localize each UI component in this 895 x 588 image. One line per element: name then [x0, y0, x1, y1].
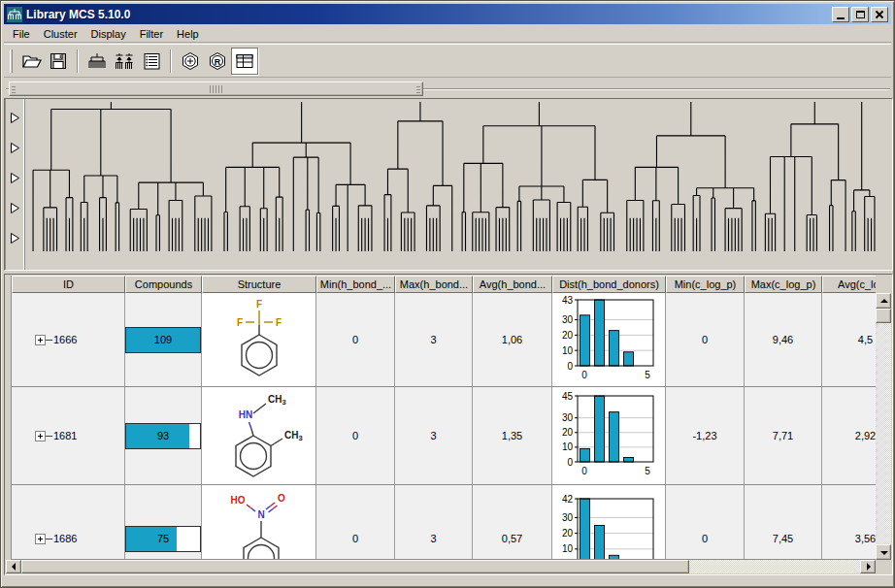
slider-thumb[interactable]: [9, 82, 423, 96]
svg-text:10: 10: [562, 441, 574, 452]
toolbar-separator: [77, 49, 79, 73]
menu-help[interactable]: Help: [171, 26, 207, 42]
cluster-level-marker[interactable]: [9, 172, 21, 184]
max-clogp-cell: 7,71: [745, 387, 822, 484]
expand-button[interactable]: [35, 335, 46, 345]
save-button[interactable]: [45, 48, 72, 75]
cluster-id: 1686: [53, 533, 77, 544]
tree-connector: [46, 340, 52, 341]
column-header[interactable]: Max(c_log_p): [745, 276, 822, 293]
app-icon: [7, 7, 22, 22]
column-header[interactable]: ID: [12, 276, 125, 293]
left-arrow-icon: [12, 563, 16, 571]
table-view-button[interactable]: [231, 48, 258, 75]
column-header[interactable]: Dist(h_bond_donors): [552, 276, 666, 293]
avg-h-bond-cell: 0,57: [473, 485, 552, 560]
svg-text:5: 5: [645, 370, 650, 380]
cluster-level-marker[interactable]: [9, 202, 21, 214]
max-clogp-cell: 7,45: [745, 485, 822, 560]
mcs-view-button[interactable]: R: [204, 48, 231, 75]
structure-view-button[interactable]: [177, 48, 204, 75]
column-header[interactable]: Avg(h_bond...: [473, 276, 552, 293]
scroll-down-button[interactable]: [876, 544, 891, 560]
compounds-bar: 75: [125, 526, 201, 552]
scroll-right-button[interactable]: [860, 560, 876, 573]
menu-filter[interactable]: Filter: [134, 26, 171, 42]
dendrogram-tree: [25, 99, 892, 270]
svg-text:30: 30: [562, 314, 574, 325]
compounds-bar-fill: [126, 527, 177, 551]
structure-cf3-benzene: F F F: [202, 293, 315, 386]
atom-label-hn: HN: [239, 409, 252, 420]
menu-display[interactable]: Display: [85, 26, 134, 42]
cluster-levels-button[interactable]: [111, 48, 138, 75]
column-header[interactable]: Max(h_bond...: [395, 276, 473, 293]
scrollbar-corner: [876, 560, 891, 573]
horizontal-scroll-thumb[interactable]: [21, 560, 689, 573]
atom-label-o: O: [278, 493, 285, 504]
atom-label-ch3: CH3: [284, 430, 303, 442]
min-clogp-cell: 0: [666, 485, 745, 560]
dendrogram-canvas[interactable]: [24, 99, 892, 270]
atom-label-ch3: CH3: [268, 394, 286, 407]
down-arrow-icon: [880, 551, 888, 555]
minimize-button[interactable]: [832, 7, 849, 22]
cluster-button[interactable]: [83, 48, 111, 75]
cluster-level-slider: [4, 81, 893, 98]
maximize-button[interactable]: [851, 7, 869, 22]
scroll-left-button[interactable]: [6, 560, 21, 573]
open-button[interactable]: [17, 48, 45, 75]
slider-left-handle[interactable]: [12, 85, 16, 93]
cluster-level-marker[interactable]: [9, 142, 21, 154]
svg-text:10: 10: [562, 345, 574, 356]
svg-text:20: 20: [562, 427, 574, 438]
expand-button[interactable]: [35, 534, 46, 544]
column-header[interactable]: Structure: [202, 276, 316, 293]
vertical-scroll-thumb[interactable]: [876, 309, 891, 323]
dendrogram-up-arrows-icon: [114, 50, 135, 72]
maximize-icon: [856, 11, 865, 18]
column-header[interactable]: Avg(c_log...: [822, 276, 876, 293]
id-cell: 1666: [12, 293, 125, 386]
min-h-bond-cell: 0: [316, 485, 395, 560]
cluster-level-marker[interactable]: [9, 112, 21, 124]
compounds-cell: 93: [125, 387, 202, 484]
tree-connector: [46, 539, 52, 539]
column-header[interactable]: Compounds: [125, 276, 202, 293]
svg-text:0: 0: [581, 370, 587, 380]
id-cell: 1686: [12, 485, 125, 560]
svg-text:45: 45: [562, 392, 574, 402]
scroll-up-button[interactable]: [876, 293, 891, 309]
toolbar-separator: [170, 49, 172, 73]
slider-right-handle[interactable]: [416, 85, 420, 93]
column-header[interactable]: Min(c_log_p): [666, 276, 745, 293]
up-arrow-icon: [880, 299, 888, 303]
vertical-scrollbar[interactable]: [876, 293, 891, 560]
svg-text:0: 0: [581, 466, 587, 476]
cluster-id: 1681: [53, 430, 77, 441]
dist-cell: 42302010005: [552, 485, 666, 560]
cluster-level-marker[interactable]: [9, 232, 21, 245]
titlebar: Library MCS 5.10.0: [4, 4, 891, 24]
avg-h-bond-cell: 1,06: [473, 293, 552, 386]
column-header[interactable]: Min(h_bond_...: [316, 276, 395, 293]
compounds-cell: 109: [125, 293, 202, 386]
svg-text:20: 20: [562, 330, 574, 341]
list-view-button[interactable]: [138, 48, 165, 75]
menu-file[interactable]: File: [7, 26, 38, 42]
dendrogram-body: [4, 98, 893, 271]
close-button[interactable]: [871, 7, 888, 22]
svg-text:20: 20: [562, 528, 574, 539]
horizontal-scroll-track[interactable]: [689, 560, 860, 573]
menu-cluster[interactable]: Cluster: [38, 26, 85, 42]
svg-text:5: 5: [645, 466, 650, 476]
expand-button[interactable]: [35, 431, 46, 441]
tree-connector: [46, 436, 52, 437]
horizontal-scrollbar[interactable]: [6, 560, 876, 573]
svg-text:30: 30: [562, 412, 574, 423]
max-h-bond-cell: 3: [395, 293, 473, 386]
toolbar-grip[interactable]: [10, 49, 13, 73]
svg-text:30: 30: [562, 512, 574, 523]
atom-label-f: F: [237, 317, 243, 328]
cluster-id: 1666: [53, 334, 77, 345]
